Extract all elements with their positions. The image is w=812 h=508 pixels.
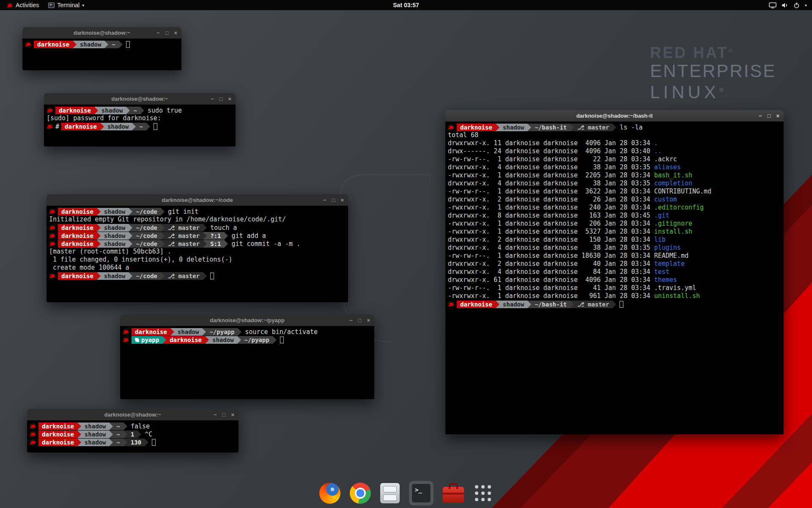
minimize-button[interactable]: − xyxy=(349,318,353,323)
minimize-button[interactable]: − xyxy=(156,30,160,36)
terminal-content[interactable]: darknoiseshadow~/bash-it⎇ master ls -la … xyxy=(445,121,784,434)
file-name: .git xyxy=(654,212,669,219)
activities-label: Activities xyxy=(16,2,39,8)
minimize-button[interactable]: − xyxy=(214,412,217,417)
titlebar[interactable]: darknoise@shadow:~/code − □ × xyxy=(47,194,348,206)
powerline-separator xyxy=(527,301,531,308)
close-button[interactable]: × xyxy=(174,30,177,36)
minimize-button[interactable]: − xyxy=(759,113,762,119)
powerline-separator xyxy=(123,431,127,438)
powerline-separator xyxy=(203,232,207,240)
powerline-segment: darknoise xyxy=(34,41,73,48)
output-line: create mode 100644 a xyxy=(47,264,348,272)
file-name: aliases xyxy=(654,163,681,171)
powerline-separator xyxy=(161,224,165,232)
redhat-icon xyxy=(123,329,129,335)
powerline-segment: shadow xyxy=(101,240,129,248)
prompt-segments: darknoiseshadow~/code⎇ master xyxy=(58,224,207,232)
terminal-window-pyapp[interactable]: darknoise@shadow:~/pyapp − □ × darknoise… xyxy=(120,315,374,399)
file-row: -rwxrwxr-x. 1 darknoise darknoise 5327 J… xyxy=(445,228,784,236)
powerline-segment: shadow xyxy=(98,107,126,114)
powerline-separator xyxy=(161,208,165,215)
powerline-separator xyxy=(161,232,165,240)
file-name: template xyxy=(654,260,685,268)
titlebar[interactable]: darknoise@shadow:~/bash-it − □ × xyxy=(445,110,784,121)
terminal-content[interactable]: darknoiseshadow~ false darknoiseshadow~1… xyxy=(27,420,239,453)
terminal-content[interactable]: darknoiseshadow~ xyxy=(22,39,181,70)
maximize-button[interactable]: □ xyxy=(165,30,169,36)
terminal-window-home-2[interactable]: darknoise@shadow:~ − □ × darknoiseshadow… xyxy=(27,409,239,453)
terminal-content[interactable]: darknoiseshadow~ sudo true [sudo] passwo… xyxy=(44,105,236,146)
chrome-icon[interactable] xyxy=(350,483,371,504)
close-button[interactable]: × xyxy=(776,113,779,119)
chevron-down-icon: ▾ xyxy=(805,3,807,8)
powerline-segment: ~ xyxy=(108,41,118,48)
powerline-segment: ~ xyxy=(113,422,123,430)
prompt-line: darknoiseshadow~/code⎇ master?:1 git add… xyxy=(47,232,348,240)
file-name: themes xyxy=(654,276,677,284)
titlebar[interactable]: darknoise@shadow:~ − □ × xyxy=(44,93,236,105)
redhat-icon xyxy=(49,224,56,231)
branding-linux: LINUX® xyxy=(650,81,777,102)
close-button[interactable]: × xyxy=(367,318,370,323)
close-button[interactable]: × xyxy=(340,197,344,203)
titlebar[interactable]: darknoise@shadow:~/pyapp − □ × xyxy=(120,315,374,326)
file-row: drwxrwxr-x. 61 darknoise darknoise 4096 … xyxy=(445,276,784,284)
powerline-segment: ~/code xyxy=(132,208,161,215)
terminal-icon[interactable] xyxy=(409,481,433,505)
close-button[interactable]: × xyxy=(228,96,231,102)
prompt-line: darknoiseshadow~ false xyxy=(27,422,239,430)
firefox-icon[interactable] xyxy=(319,483,340,504)
window-title: darknoise@shadow:~/code xyxy=(162,197,233,203)
rhel-branding: RED HAT® ENTERPRISE LINUX® xyxy=(650,42,777,102)
maximize-button[interactable]: □ xyxy=(332,197,335,203)
powerline-segment: ~ xyxy=(113,431,123,438)
terminal-window-sudo[interactable]: darknoise@shadow:~ − □ × darknoiseshadow… xyxy=(44,93,236,146)
maximize-button[interactable]: □ xyxy=(222,412,226,417)
clock[interactable]: Sat 03:57 xyxy=(393,2,419,8)
powerline-segment: ~/pyapp xyxy=(241,336,273,344)
powerline-segment: shadow xyxy=(499,301,528,308)
powerline-segment: shadow xyxy=(499,124,528,131)
file-name: uninstall.sh xyxy=(654,292,700,300)
powerline-separator xyxy=(237,336,241,344)
powerline-separator xyxy=(527,124,531,131)
minimize-button[interactable]: − xyxy=(323,197,326,203)
maximize-button[interactable]: □ xyxy=(219,96,223,102)
powerline-segment: darknoise xyxy=(58,208,97,215)
prompt-line: darknoiseshadow~/code⎇ master xyxy=(47,272,348,280)
powerline-separator xyxy=(203,224,207,232)
redhat-icon xyxy=(30,423,36,430)
terminal-window-home-1[interactable]: darknoise@shadow:~ − □ × darknoiseshadow… xyxy=(22,27,181,70)
powerline-segment: shadow xyxy=(101,272,129,280)
activities-button[interactable]: Activities xyxy=(3,0,42,10)
terminal-content[interactable]: darknoiseshadow~/code git init Initializ… xyxy=(47,206,348,302)
minimize-button[interactable]: − xyxy=(211,96,214,102)
toolbox-icon[interactable] xyxy=(443,483,464,503)
powerline-separator xyxy=(137,431,141,438)
powerline-separator xyxy=(140,107,144,114)
system-status-area[interactable]: ▾ xyxy=(769,0,812,10)
titlebar[interactable]: darknoise@shadow:~ − □ × xyxy=(22,27,181,39)
redhat-icon xyxy=(30,439,36,446)
titlebar[interactable]: darknoise@shadow:~ − □ × xyxy=(27,409,239,420)
powerline-segment: 1 xyxy=(127,431,137,438)
app-menu-terminal[interactable]: Terminal ▾ xyxy=(45,0,88,10)
powerline-segment: darknoise xyxy=(61,123,100,130)
file-row: drwxrwxr-x. 4 darknoise darknoise 84 Jan… xyxy=(445,268,784,276)
firefox-logo xyxy=(319,483,340,504)
file-row: -rwxrwxr-x. 1 darknoise darknoise 240 Ja… xyxy=(445,204,784,212)
maximize-button[interactable]: □ xyxy=(358,318,362,323)
terminal-window-bash-it[interactable]: darknoise@shadow:~/bash-it − □ × darknoi… xyxy=(445,110,784,434)
terminal-window-code[interactable]: darknoise@shadow:~/code − □ × darknoises… xyxy=(47,194,348,302)
maximize-button[interactable]: □ xyxy=(768,113,771,119)
window-title: darknoise@shadow:~ xyxy=(104,411,161,418)
powerline-separator xyxy=(123,422,127,430)
powerline-segment: darknoise xyxy=(166,336,205,344)
app-grid-icon[interactable] xyxy=(473,483,493,503)
prompt-line: darknoiseshadow~/bash-it⎇ master xyxy=(445,300,784,308)
terminal-content[interactable]: darknoiseshadow~/pyapp source bin/activa… xyxy=(120,326,374,399)
files-icon[interactable] xyxy=(380,483,400,503)
close-button[interactable]: × xyxy=(231,412,234,417)
prompt-line: darknoiseshadow~/code git init xyxy=(47,207,348,215)
